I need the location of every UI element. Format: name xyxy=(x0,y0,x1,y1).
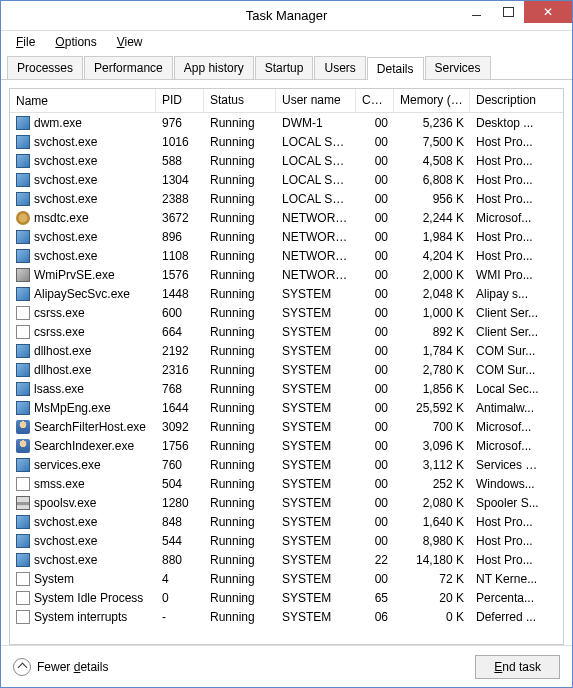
table-row[interactable]: svchost.exe1016RunningLOCAL SE...007,500… xyxy=(10,132,563,151)
tab-performance[interactable]: Performance xyxy=(84,56,173,79)
menu-file[interactable]: File xyxy=(7,33,44,51)
description: Microsof... xyxy=(470,210,546,226)
menu-options[interactable]: Options xyxy=(46,33,105,51)
status: Running xyxy=(204,172,276,188)
table-row[interactable]: svchost.exe2388RunningLOCAL SE...00956 K… xyxy=(10,189,563,208)
table-row[interactable]: svchost.exe848RunningSYSTEM001,640 KHost… xyxy=(10,512,563,531)
table-row[interactable]: dwm.exe976RunningDWM-1005,236 KDesktop .… xyxy=(10,113,563,132)
fewer-details-button[interactable]: Fewer details xyxy=(13,658,108,676)
tab-details[interactable]: Details xyxy=(367,57,424,80)
col-cpu[interactable]: CPU xyxy=(356,89,394,112)
col-memory[interactable]: Memory (p... xyxy=(394,89,470,112)
table-row[interactable]: svchost.exe544RunningSYSTEM008,980 KHost… xyxy=(10,531,563,550)
memory: 252 K xyxy=(394,476,470,492)
memory: 20 K xyxy=(394,590,470,606)
memory: 892 K xyxy=(394,324,470,340)
memory: 25,592 K xyxy=(394,400,470,416)
table-row[interactable]: MsMpEng.exe1644RunningSYSTEM0025,592 KAn… xyxy=(10,398,563,417)
cpu: 00 xyxy=(356,115,394,131)
list-body[interactable]: dwm.exe976RunningDWM-1005,236 KDesktop .… xyxy=(10,113,563,644)
pid: 2192 xyxy=(156,343,204,359)
process-name: smss.exe xyxy=(34,477,85,491)
end-task-button[interactable]: End task xyxy=(475,655,560,679)
table-row[interactable]: dllhost.exe2316RunningSYSTEM002,780 KCOM… xyxy=(10,360,563,379)
description: Host Pro... xyxy=(470,248,546,264)
process-icon xyxy=(16,496,30,510)
col-user[interactable]: User name xyxy=(276,89,356,112)
table-row[interactable]: System interrupts-RunningSYSTEM060 KDefe… xyxy=(10,607,563,626)
status: Running xyxy=(204,362,276,378)
table-row[interactable]: AlipaySecSvc.exe1448RunningSYSTEM002,048… xyxy=(10,284,563,303)
process-name: SearchFilterHost.exe xyxy=(34,420,146,434)
user: SYSTEM xyxy=(276,343,356,359)
chevron-up-icon xyxy=(13,658,31,676)
user: NETWORK... xyxy=(276,229,356,245)
process-name: AlipaySecSvc.exe xyxy=(34,287,130,301)
user: DWM-1 xyxy=(276,115,356,131)
process-icon xyxy=(16,211,30,225)
user: LOCAL SE... xyxy=(276,172,356,188)
table-row[interactable]: svchost.exe1108RunningNETWORK...004,204 … xyxy=(10,246,563,265)
table-row[interactable]: csrss.exe600RunningSYSTEM001,000 KClient… xyxy=(10,303,563,322)
process-icon xyxy=(16,515,30,529)
pid: 0 xyxy=(156,590,204,606)
table-row[interactable]: msdtc.exe3672RunningNETWORK...002,244 KM… xyxy=(10,208,563,227)
user: SYSTEM xyxy=(276,305,356,321)
status: Running xyxy=(204,153,276,169)
table-row[interactable]: svchost.exe588RunningLOCAL SE...004,508 … xyxy=(10,151,563,170)
menu-view[interactable]: View xyxy=(108,33,152,51)
description: Windows... xyxy=(470,476,546,492)
user: SYSTEM xyxy=(276,419,356,435)
col-status[interactable]: Status xyxy=(204,89,276,112)
table-row[interactable]: spoolsv.exe1280RunningSYSTEM002,080 KSpo… xyxy=(10,493,563,512)
process-icon xyxy=(16,173,30,187)
tabstrip: ProcessesPerformanceApp historyStartupUs… xyxy=(1,53,572,80)
col-pid[interactable]: PID xyxy=(156,89,204,112)
table-row[interactable]: svchost.exe896RunningNETWORK...001,984 K… xyxy=(10,227,563,246)
table-row[interactable]: svchost.exe880RunningSYSTEM2214,180 KHos… xyxy=(10,550,563,569)
cpu: 00 xyxy=(356,324,394,340)
minimize-button[interactable] xyxy=(460,1,492,23)
process-name: msdtc.exe xyxy=(34,211,89,225)
col-name[interactable]: Name xyxy=(10,89,156,112)
table-row[interactable]: System4RunningSYSTEM0072 KNT Kerne... xyxy=(10,569,563,588)
tab-users[interactable]: Users xyxy=(314,56,365,79)
process-name: System Idle Process xyxy=(34,591,143,605)
table-row[interactable]: lsass.exe768RunningSYSTEM001,856 KLocal … xyxy=(10,379,563,398)
status: Running xyxy=(204,571,276,587)
tab-startup[interactable]: Startup xyxy=(255,56,314,79)
table-row[interactable]: SearchIndexer.exe1756RunningSYSTEM003,09… xyxy=(10,436,563,455)
memory: 4,204 K xyxy=(394,248,470,264)
pid: 4 xyxy=(156,571,204,587)
memory: 5,236 K xyxy=(394,115,470,131)
titlebar: Task Manager xyxy=(1,1,572,31)
table-row[interactable]: WmiPrvSE.exe1576RunningNETWORK...002,000… xyxy=(10,265,563,284)
user: SYSTEM xyxy=(276,476,356,492)
col-description[interactable]: Description xyxy=(470,89,546,112)
maximize-button[interactable] xyxy=(492,1,524,23)
table-row[interactable]: csrss.exe664RunningSYSTEM00892 KClient S… xyxy=(10,322,563,341)
tab-app-history[interactable]: App history xyxy=(174,56,254,79)
table-row[interactable]: System Idle Process0RunningSYSTEM6520 KP… xyxy=(10,588,563,607)
description: Host Pro... xyxy=(470,153,546,169)
status: Running xyxy=(204,419,276,435)
description: WMI Pro... xyxy=(470,267,546,283)
tab-services[interactable]: Services xyxy=(425,56,491,79)
table-row[interactable]: dllhost.exe2192RunningSYSTEM001,784 KCOM… xyxy=(10,341,563,360)
memory: 1,856 K xyxy=(394,381,470,397)
table-row[interactable]: services.exe760RunningSYSTEM003,112 KSer… xyxy=(10,455,563,474)
pid: 1756 xyxy=(156,438,204,454)
footer: Fewer details End task xyxy=(1,645,572,687)
description: Spooler S... xyxy=(470,495,546,511)
tab-processes[interactable]: Processes xyxy=(7,56,83,79)
table-row[interactable]: svchost.exe1304RunningLOCAL SE...006,808… xyxy=(10,170,563,189)
table-row[interactable]: SearchFilterHost.exe3092RunningSYSTEM007… xyxy=(10,417,563,436)
process-name: svchost.exe xyxy=(34,135,97,149)
cpu: 65 xyxy=(356,590,394,606)
pid: 664 xyxy=(156,324,204,340)
table-row[interactable]: smss.exe504RunningSYSTEM00252 KWindows..… xyxy=(10,474,563,493)
description: Services a... xyxy=(470,457,546,473)
process-icon xyxy=(16,553,30,567)
close-button[interactable] xyxy=(524,1,572,23)
status: Running xyxy=(204,305,276,321)
